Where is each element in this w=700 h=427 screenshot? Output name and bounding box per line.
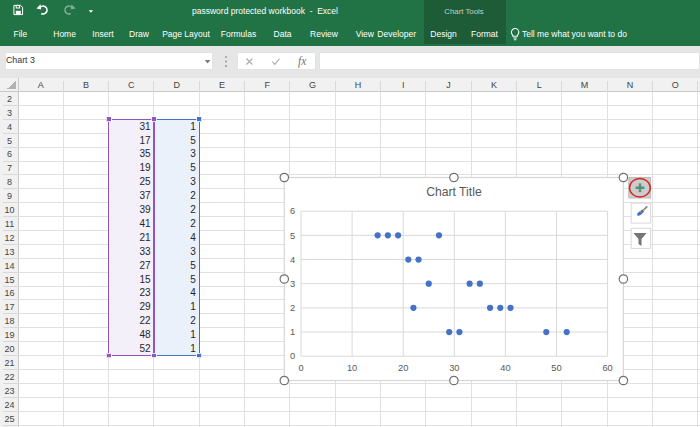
svg-text:27: 27 — [139, 259, 151, 270]
svg-text:20: 20 — [398, 363, 408, 373]
svg-text:15: 15 — [4, 274, 14, 284]
svg-text:1: 1 — [190, 301, 196, 312]
svg-text:4: 4 — [190, 232, 196, 243]
svg-text:7: 7 — [7, 163, 12, 173]
svg-text:2: 2 — [7, 94, 12, 104]
svg-text:5: 5 — [190, 273, 196, 284]
svg-text:33: 33 — [139, 246, 151, 257]
svg-text:22: 22 — [4, 372, 14, 382]
svg-text:J: J — [446, 80, 451, 90]
svg-text:K: K — [491, 80, 497, 90]
svg-text:O: O — [672, 80, 679, 90]
svg-text:17: 17 — [139, 134, 151, 145]
svg-text:1: 1 — [190, 120, 196, 131]
svg-text:C: C — [128, 80, 135, 90]
svg-text:1: 1 — [190, 343, 196, 354]
svg-text:5: 5 — [7, 135, 12, 145]
svg-text:1: 1 — [290, 327, 295, 337]
svg-text:4: 4 — [290, 255, 295, 265]
svg-text:5: 5 — [290, 230, 295, 240]
svg-text:48: 48 — [139, 329, 151, 340]
svg-text:E: E — [219, 80, 225, 90]
svg-text:14: 14 — [4, 260, 14, 270]
svg-text:40: 40 — [500, 363, 510, 373]
svg-text:23: 23 — [139, 287, 151, 298]
svg-text:52: 52 — [139, 343, 151, 354]
svg-text:6: 6 — [290, 206, 295, 216]
svg-text:41: 41 — [139, 218, 151, 229]
svg-text:21: 21 — [139, 232, 151, 243]
svg-text:3: 3 — [190, 246, 196, 257]
svg-text:4: 4 — [190, 287, 196, 298]
svg-text:60: 60 — [602, 363, 612, 373]
svg-text:37: 37 — [139, 190, 151, 201]
svg-text:18: 18 — [4, 316, 14, 326]
svg-text:8: 8 — [7, 177, 12, 187]
svg-text:6: 6 — [7, 149, 12, 159]
svg-text:10: 10 — [4, 205, 14, 215]
svg-text:12: 12 — [4, 233, 14, 243]
svg-text:0: 0 — [298, 363, 303, 373]
svg-text:2: 2 — [290, 303, 295, 313]
svg-text:fx: fx — [298, 55, 307, 68]
svg-text:2: 2 — [190, 190, 196, 201]
svg-text:H: H — [355, 80, 362, 90]
svg-text:I: I — [402, 80, 405, 90]
svg-text:23: 23 — [4, 386, 14, 396]
svg-text:Chart Title: Chart Title — [426, 185, 482, 199]
svg-text:3: 3 — [7, 108, 12, 118]
svg-text:35: 35 — [139, 148, 151, 159]
svg-text:5: 5 — [190, 259, 196, 270]
svg-text:25: 25 — [139, 176, 151, 187]
svg-text:A: A — [38, 80, 44, 90]
svg-text:B: B — [83, 80, 89, 90]
svg-text:13: 13 — [4, 247, 14, 257]
svg-text:21: 21 — [4, 358, 14, 368]
svg-text:3: 3 — [290, 279, 295, 289]
svg-text:3: 3 — [190, 176, 196, 187]
svg-text:30: 30 — [449, 363, 459, 373]
svg-text:16: 16 — [4, 288, 14, 298]
svg-text:24: 24 — [4, 399, 14, 409]
svg-text:29: 29 — [139, 301, 151, 312]
svg-text:19: 19 — [4, 330, 14, 340]
svg-text:15: 15 — [139, 273, 151, 284]
svg-text:11: 11 — [5, 219, 14, 229]
svg-text:M: M — [581, 80, 589, 90]
svg-text:1: 1 — [190, 329, 196, 340]
svg-text:N: N — [627, 80, 634, 90]
svg-text:31: 31 — [139, 120, 151, 131]
svg-text:39: 39 — [139, 204, 151, 215]
svg-text:20: 20 — [4, 344, 14, 354]
svg-text:2: 2 — [190, 204, 196, 215]
svg-text:5: 5 — [190, 162, 196, 173]
svg-text:10: 10 — [347, 363, 357, 373]
svg-text:5: 5 — [190, 134, 196, 145]
svg-text:3: 3 — [190, 148, 196, 159]
svg-text:0: 0 — [290, 351, 295, 361]
svg-text:G: G — [309, 80, 316, 90]
svg-text:D: D — [173, 80, 180, 90]
svg-text:19: 19 — [139, 162, 151, 173]
svg-text:9: 9 — [7, 191, 12, 201]
svg-text:2: 2 — [190, 315, 196, 326]
svg-text:25: 25 — [4, 413, 14, 423]
svg-text:50: 50 — [551, 363, 561, 373]
svg-text:L: L — [537, 80, 542, 90]
svg-text:4: 4 — [7, 121, 12, 131]
svg-text:22: 22 — [139, 315, 151, 326]
svg-text:2: 2 — [190, 218, 196, 229]
svg-text:F: F — [265, 80, 271, 90]
svg-text:17: 17 — [4, 302, 14, 312]
